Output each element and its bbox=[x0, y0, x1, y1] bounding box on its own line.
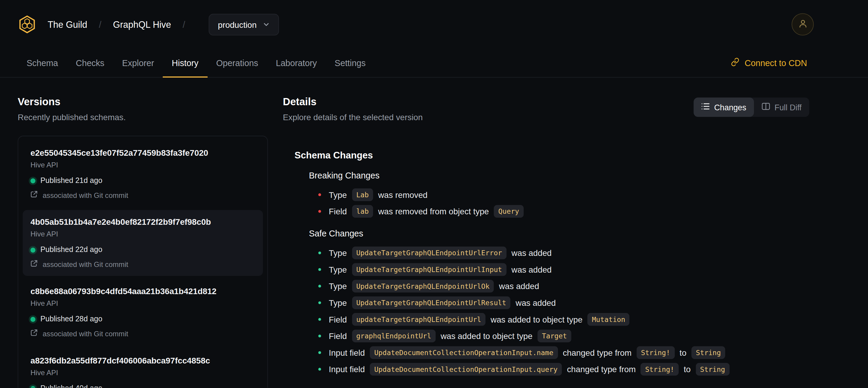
safe-bullet-icon bbox=[318, 351, 321, 354]
connect-to-cdn-link[interactable]: Connect to CDN bbox=[731, 49, 807, 77]
tab-history[interactable]: History bbox=[163, 49, 207, 77]
version-list: e2e55045345ce13fe07f52a77459b83fa3fe7020… bbox=[18, 136, 268, 388]
top-bar: The Guild / GraphQL Hive / production bbox=[0, 0, 868, 49]
git-commit-note: associated with Git commit bbox=[30, 329, 255, 338]
tab-explorer[interactable]: Explorer bbox=[113, 49, 163, 77]
code-badge: UpdateDocumentCollectionOperationInput.n… bbox=[370, 346, 558, 359]
status-dot bbox=[30, 178, 35, 183]
version-hash: 4b05ab51b1b4a7e2e4b0ef82172f2b9f7ef98c0b bbox=[30, 217, 255, 227]
changes-button-label: Changes bbox=[714, 103, 746, 112]
change-text: Type bbox=[329, 265, 347, 274]
version-hash: e2e55045345ce13fe07f52a77459b83fa3fe7020 bbox=[30, 148, 255, 158]
app-window: The Guild / GraphQL Hive / production Sc… bbox=[0, 0, 868, 388]
code-badge: lab bbox=[352, 205, 373, 218]
version-service: Hive API bbox=[30, 230, 255, 238]
change-text: was removed bbox=[378, 190, 427, 199]
git-commit-note: associated with Git commit bbox=[30, 191, 255, 200]
tab-settings[interactable]: Settings bbox=[326, 49, 375, 77]
safe-bullet-icon bbox=[318, 285, 321, 287]
change-item: Input field UpdateDocumentCollectionOper… bbox=[318, 344, 809, 361]
version-card[interactable]: e2e55045345ce13fe07f52a77459b83fa3fe7020… bbox=[23, 141, 263, 207]
breaking-bullet-icon bbox=[318, 193, 321, 196]
change-text: Type bbox=[329, 298, 347, 307]
code-badge: Lab bbox=[352, 188, 373, 201]
tab-label: Operations bbox=[216, 58, 258, 68]
code-badge: UpdateTargetGraphQLEndpointUrlError bbox=[352, 246, 506, 259]
tab-schema[interactable]: Schema bbox=[18, 49, 67, 77]
change-text: to bbox=[680, 348, 686, 357]
change-text: Input field bbox=[329, 364, 365, 374]
target-selector-value: production bbox=[218, 20, 256, 29]
safe-bullet-icon bbox=[318, 368, 321, 370]
external-link-icon bbox=[30, 260, 38, 269]
details-panel: Details Explore details of the selected … bbox=[268, 96, 809, 388]
versions-title: Versions bbox=[18, 96, 268, 108]
code-badge: String bbox=[691, 346, 725, 359]
tab-operations[interactable]: Operations bbox=[207, 49, 267, 77]
status-dot bbox=[30, 386, 35, 388]
safe-bullet-icon bbox=[318, 251, 321, 254]
tab-checks[interactable]: Checks bbox=[67, 49, 113, 77]
change-text: Type bbox=[329, 281, 347, 291]
published-status: Published 40d ago bbox=[30, 384, 255, 388]
tab-label: Explorer bbox=[122, 58, 154, 68]
tab-label: Settings bbox=[335, 58, 366, 68]
code-badge: String bbox=[696, 363, 730, 376]
breadcrumb-separator: / bbox=[99, 19, 101, 30]
safe-bullet-icon bbox=[318, 301, 321, 304]
tab-bar: Schema Checks Explorer History Operation… bbox=[0, 49, 868, 78]
change-text: was added bbox=[499, 281, 539, 291]
safe-bullet-icon bbox=[318, 318, 321, 321]
safe-bullet-icon bbox=[318, 334, 321, 337]
change-item: Type UpdateTargetGraphQLEndpointUrlError… bbox=[318, 244, 809, 261]
git-commit-label: associated with Git commit bbox=[43, 191, 128, 199]
change-text: was added bbox=[512, 248, 551, 257]
avatar-button[interactable] bbox=[792, 13, 814, 35]
code-badge: Target bbox=[537, 329, 571, 342]
code-badge: graphqlEndpointUrl bbox=[352, 329, 436, 342]
safe-bullet-icon bbox=[318, 268, 321, 271]
full-diff-view-button[interactable]: Full Diff bbox=[754, 97, 809, 117]
code-badge: Mutation bbox=[588, 313, 630, 326]
project-breadcrumb[interactable]: GraphQL Hive bbox=[113, 19, 171, 30]
tab-label: Schema bbox=[27, 58, 58, 68]
change-text: Field bbox=[329, 331, 347, 340]
version-card[interactable]: a823f6db2a55df877dcf406006abca97fcc4858c… bbox=[23, 349, 263, 388]
change-text: Input field bbox=[329, 348, 365, 357]
connect-to-cdn-label: Connect to CDN bbox=[745, 58, 807, 68]
change-item: Type UpdateTargetGraphQLEndpointUrlOk wa… bbox=[318, 278, 809, 294]
tab-laboratory[interactable]: Laboratory bbox=[267, 49, 326, 77]
version-card-selected[interactable]: 4b05ab51b1b4a7e2e4b0ef82172f2b9f7ef98c0b… bbox=[23, 210, 263, 276]
git-commit-label: associated with Git commit bbox=[43, 329, 128, 338]
version-service: Hive API bbox=[30, 160, 255, 169]
change-text: Type bbox=[329, 248, 347, 257]
published-label: Published 40d ago bbox=[40, 384, 102, 388]
link-icon bbox=[731, 57, 740, 68]
change-text: was added to object type bbox=[491, 315, 583, 324]
code-badge: UpdateTargetGraphQLEndpointUrlResult bbox=[352, 296, 511, 309]
published-label: Published 22d ago bbox=[40, 245, 102, 255]
list-icon bbox=[701, 102, 710, 112]
change-text: Field bbox=[329, 315, 347, 324]
published-label: Published 21d ago bbox=[40, 176, 102, 185]
hive-logo-icon[interactable] bbox=[18, 15, 36, 34]
external-link-icon bbox=[30, 329, 38, 338]
breaking-changes-title: Breaking Changes bbox=[309, 170, 809, 181]
changes-view-button[interactable]: Changes bbox=[693, 97, 754, 117]
change-item: Input field UpdateDocumentCollectionOper… bbox=[318, 361, 809, 378]
git-commit-note: associated with Git commit bbox=[30, 260, 255, 269]
external-link-icon bbox=[30, 191, 38, 200]
full-diff-button-label: Full Diff bbox=[775, 103, 802, 112]
published-status: Published 21d ago bbox=[30, 176, 255, 185]
main-content: Versions Recently published schemas. e2e… bbox=[0, 78, 868, 388]
published-status: Published 22d ago bbox=[30, 245, 255, 255]
change-text: changed type from bbox=[567, 364, 636, 374]
tab-label: Laboratory bbox=[276, 58, 317, 68]
org-breadcrumb[interactable]: The Guild bbox=[48, 19, 87, 30]
chevron-down-icon bbox=[263, 20, 270, 29]
breadcrumb-separator: / bbox=[183, 19, 185, 30]
change-item: Field updateTargetGraphQLEndpointUrl was… bbox=[318, 311, 809, 328]
change-text: to bbox=[684, 364, 690, 374]
version-card[interactable]: c8b6e88a06793b9c4dfd54aaa21b36a1b421d812… bbox=[23, 279, 263, 345]
target-selector-dropdown[interactable]: production bbox=[209, 13, 279, 35]
